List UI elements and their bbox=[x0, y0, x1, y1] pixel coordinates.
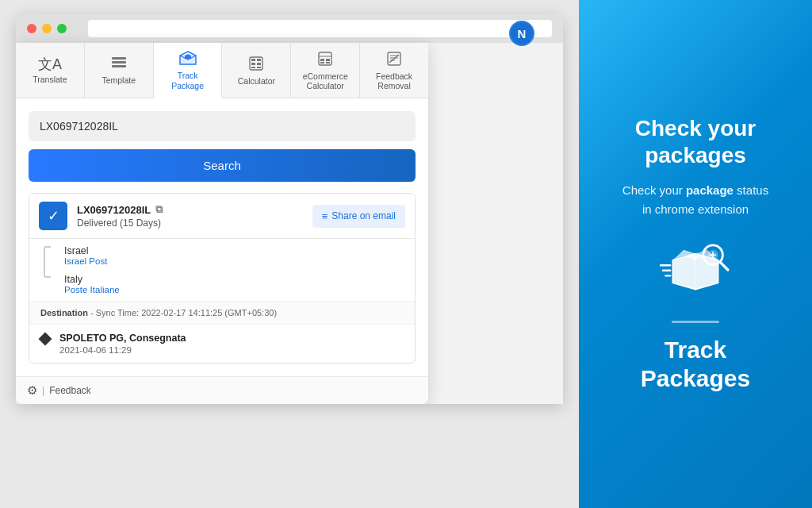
share-button-label: Share on email bbox=[331, 210, 396, 221]
popup-content: Search ✓ LX069712028IL ⧉ Delivered (15 D… bbox=[16, 98, 428, 376]
result-card: ✓ LX069712028IL ⧉ Delivered (15 Days) ≡ … bbox=[29, 193, 416, 364]
tab-calculator[interactable]: Calculator bbox=[222, 43, 291, 98]
right-panel: Check yourpackages Check your package st… bbox=[579, 0, 812, 508]
copy-icon[interactable]: ⧉ bbox=[155, 203, 163, 216]
event-diamond-icon bbox=[39, 333, 52, 346]
tab-track-label: TrackPackage bbox=[171, 71, 204, 90]
svg-rect-0 bbox=[112, 57, 126, 60]
feedback-label: Feedback bbox=[49, 385, 91, 396]
calculator-icon bbox=[249, 56, 263, 73]
tab-bar: 文A Translate Template bbox=[16, 43, 428, 98]
traffic-light-green[interactable] bbox=[57, 24, 67, 33]
browser-area: 文A Translate Template bbox=[0, 0, 579, 508]
tab-ecommerce-label: eCommerceCalculator bbox=[303, 71, 348, 91]
package-search-icon bbox=[660, 238, 731, 302]
svg-rect-2 bbox=[112, 65, 126, 67]
tab-template-label: Template bbox=[102, 75, 136, 86]
share-email-button[interactable]: ≡ Share on email bbox=[312, 205, 405, 228]
extension-icon-label: N bbox=[518, 27, 527, 40]
sync-time-value: Sync Time: 2022-02-17 14:11:25 (GMT+05:3… bbox=[96, 308, 277, 318]
result-header: ✓ LX069712028IL ⧉ Delivered (15 Days) ≡ … bbox=[29, 194, 415, 239]
svg-rect-8 bbox=[257, 63, 261, 65]
svg-rect-6 bbox=[257, 59, 261, 61]
tracking-number-row: LX069712028IL ⧉ bbox=[77, 203, 312, 216]
track-package-icon bbox=[179, 51, 197, 67]
popup-footer[interactable]: ⚙ | Feedback bbox=[16, 376, 428, 404]
search-button[interactable]: Search bbox=[29, 149, 416, 182]
traffic-light-yellow[interactable] bbox=[42, 24, 52, 33]
svg-rect-1 bbox=[112, 61, 126, 64]
bracket-top bbox=[40, 245, 56, 279]
event-row: SPOLETO PG, Consegnata 2021-04-06 11:29 bbox=[29, 325, 415, 363]
extension-popup: 文A Translate Template bbox=[16, 43, 428, 404]
tracking-status: Delivered (15 Days) bbox=[77, 217, 312, 229]
event-time: 2021-04-06 11:29 bbox=[59, 345, 186, 355]
package-icon-container bbox=[660, 238, 731, 305]
traffic-light-red[interactable] bbox=[27, 24, 36, 33]
svg-rect-15 bbox=[320, 62, 324, 64]
tab-template[interactable]: Template bbox=[85, 43, 154, 98]
tab-feedback[interactable]: FeedbackRemoval bbox=[360, 43, 428, 98]
event-details: SPOLETO PG, Consegnata 2021-04-06 11:29 bbox=[59, 333, 186, 355]
icon-divider bbox=[672, 321, 719, 323]
share-icon: ≡ bbox=[322, 210, 328, 222]
svg-line-32 bbox=[720, 262, 728, 270]
right-subtitle: Check your package statusin chrome exten… bbox=[622, 181, 768, 219]
svg-rect-5 bbox=[251, 59, 255, 61]
origin-carrier: Israel Post bbox=[64, 256, 404, 266]
destination-sync-row: Destination - Sync Time: 2022-02-17 14:1… bbox=[29, 302, 415, 325]
svg-rect-14 bbox=[326, 59, 330, 61]
tab-ecommerce[interactable]: eCommerceCalculator bbox=[291, 43, 360, 98]
origin-country: Israel bbox=[64, 245, 404, 256]
destination-text: Italy Poste Italiane bbox=[64, 274, 404, 294]
browser-chrome: 文A Translate Template bbox=[16, 14, 563, 404]
origin-row: Israel Israel Post Italy Poste Italiane bbox=[29, 239, 415, 302]
tab-translate[interactable]: 文A Translate bbox=[16, 43, 85, 98]
template-icon bbox=[112, 57, 126, 72]
tab-track-package[interactable]: TrackPackage bbox=[154, 43, 223, 98]
ecommerce-icon bbox=[318, 52, 332, 68]
destination-country: Italy bbox=[64, 274, 404, 285]
track-packages-label: TrackPackages bbox=[641, 336, 750, 393]
svg-rect-7 bbox=[251, 63, 255, 65]
tab-feedback-removal-label: FeedbackRemoval bbox=[376, 71, 412, 91]
search-input-wrapper[interactable] bbox=[29, 111, 416, 141]
right-title: Check yourpackages bbox=[635, 115, 756, 168]
address-bar[interactable] bbox=[88, 20, 552, 37]
route-info: Israel Israel Post Italy Poste Italiane bbox=[29, 239, 415, 363]
settings-icon: ⚙ bbox=[27, 383, 37, 398]
tracking-info: LX069712028IL ⧉ Delivered (15 Days) bbox=[77, 203, 312, 229]
delivered-check: ✓ bbox=[39, 202, 67, 230]
translate-icon: 文A bbox=[38, 57, 62, 71]
tracking-search-input[interactable] bbox=[40, 120, 404, 133]
feedback-removal-icon bbox=[387, 52, 401, 68]
browser-titlebar bbox=[16, 14, 563, 43]
footer-divider: | bbox=[42, 385, 44, 396]
svg-rect-16 bbox=[326, 62, 330, 64]
sync-time: - bbox=[90, 308, 96, 318]
tracking-number: LX069712028IL bbox=[77, 204, 151, 216]
tab-calculator-label: Calculator bbox=[238, 76, 275, 87]
svg-rect-10 bbox=[257, 67, 261, 68]
destination-carrier: Poste Italiane bbox=[64, 285, 404, 294]
extension-icon[interactable]: N bbox=[509, 21, 534, 46]
dest-label: Destination bbox=[40, 308, 88, 318]
origin-text: Israel Israel Post bbox=[64, 245, 404, 266]
svg-rect-13 bbox=[320, 59, 324, 61]
svg-rect-9 bbox=[251, 67, 255, 68]
event-location: SPOLETO PG, Consegnata bbox=[59, 333, 186, 344]
tab-translate-label: Translate bbox=[33, 75, 67, 85]
